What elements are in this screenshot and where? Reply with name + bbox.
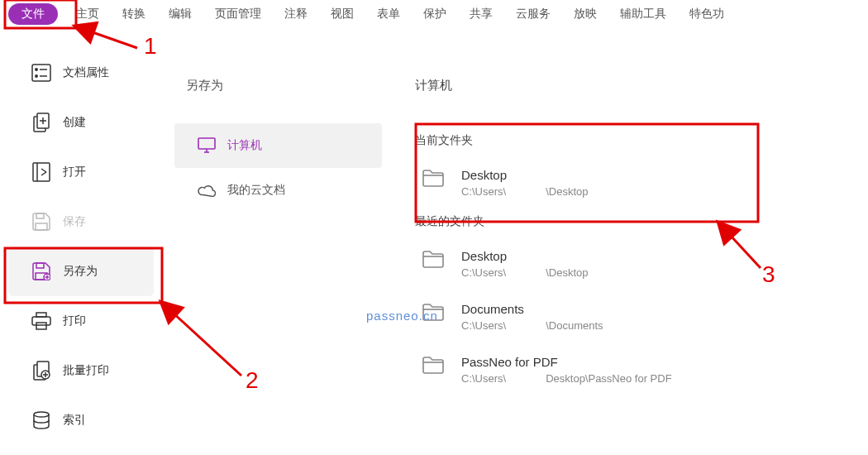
menu-protect[interactable]: 保护 (412, 2, 458, 26)
file-menu-index[interactable]: 索引 (0, 395, 162, 445)
menu-tools[interactable]: 辅助工具 (608, 2, 678, 26)
menu-annotate[interactable]: 注释 (273, 2, 319, 26)
save-as-title: 另存为 (163, 78, 393, 123)
menu-special[interactable]: 特色功 (678, 2, 736, 26)
file-menu-label: 索引 (63, 413, 86, 428)
folder-name: PassNeo for PDF (461, 355, 672, 369)
svg-rect-14 (36, 223, 47, 230)
batch-print-icon (31, 361, 51, 381)
file-menu-label: 打开 (63, 165, 86, 180)
svg-point-3 (36, 75, 37, 77)
menu-file[interactable]: 文件 (8, 3, 58, 25)
svg-rect-29 (198, 138, 215, 149)
create-icon (31, 113, 51, 132)
folder-name: Desktop (461, 168, 588, 182)
recent-folder-row[interactable]: PassNeo for PDF C:\Users\Desktop\PassNeo… (415, 348, 868, 401)
menu-share[interactable]: 共享 (458, 2, 504, 26)
svg-rect-13 (36, 213, 44, 218)
svg-line-11 (41, 169, 46, 172)
file-menu-label: 保存 (63, 214, 86, 229)
file-menu-doc-props[interactable]: 文档属性 (0, 48, 162, 98)
current-folder-row[interactable]: Desktop C:\Users\\Desktop (415, 161, 868, 214)
svg-rect-21 (32, 317, 50, 325)
index-icon (31, 410, 51, 430)
folder-path: C:\Users\\Desktop (461, 182, 588, 198)
file-menu-label: 创建 (63, 115, 86, 130)
file-menu-open[interactable]: 打开 (0, 147, 162, 197)
folders-panel: 计算机 当前文件夹 Desktop C:\Users\\Desktop 最近的文… (393, 28, 868, 455)
location-cloud[interactable]: 我的云文档 (174, 168, 382, 213)
file-menu-label: 打印 (63, 314, 86, 328)
recent-folder-row[interactable]: Desktop C:\Users\\Desktop (415, 242, 868, 295)
svg-point-1 (36, 69, 37, 70)
open-icon (31, 162, 51, 182)
recent-folder-label: 最近的文件夹 (415, 214, 868, 242)
folder-icon (422, 249, 445, 269)
print-icon (31, 311, 51, 331)
cloud-icon (198, 181, 216, 199)
folder-icon (422, 355, 445, 375)
save-icon (31, 212, 51, 232)
svg-rect-22 (36, 323, 46, 329)
svg-rect-9 (33, 163, 50, 181)
svg-rect-15 (36, 263, 44, 268)
computer-icon (198, 136, 216, 155)
folders-panel-title: 计算机 (415, 78, 868, 133)
file-menu-print[interactable]: 打印 (0, 296, 162, 346)
folder-path: C:\Users\Desktop\PassNeo for PDF (461, 369, 672, 385)
menu-form[interactable]: 表单 (365, 2, 412, 26)
menu-page-manage[interactable]: 页面管理 (203, 2, 273, 26)
annotation-number-3: 3 (762, 261, 775, 288)
file-menu-save: 保存 (0, 197, 162, 247)
file-menu-label: 批量打印 (63, 363, 109, 378)
menu-bar: 文件 主页 转换 编辑 页面管理 注释 视图 表单 保护 共享 云服务 放映 辅… (0, 0, 868, 28)
folder-path: C:\Users\\Desktop (461, 263, 588, 279)
annotation-number-1: 1 (144, 33, 157, 60)
current-folder-label: 当前文件夹 (415, 133, 868, 161)
svg-line-12 (41, 172, 46, 175)
menu-edit[interactable]: 编辑 (157, 2, 203, 26)
properties-icon (31, 63, 51, 83)
menu-cloud[interactable]: 云服务 (504, 2, 562, 26)
location-computer[interactable]: 计算机 (174, 123, 382, 168)
file-menu-label: 文档属性 (63, 65, 109, 80)
menu-present[interactable]: 放映 (562, 2, 608, 26)
svg-rect-0 (32, 65, 50, 81)
folder-name: Desktop (461, 249, 588, 263)
menu-home[interactable]: 主页 (64, 2, 111, 26)
menu-view[interactable]: 视图 (319, 2, 365, 26)
folder-name: Documents (461, 302, 603, 316)
file-menu-create[interactable]: 创建 (0, 98, 162, 147)
location-label: 计算机 (227, 138, 262, 153)
folder-icon (422, 168, 445, 188)
file-menu-panel: 文档属性 创建 打开 保存 另存为 打印 批量打印 索引 (0, 28, 162, 455)
recent-folder-row[interactable]: Documents C:\Users\\Documents (415, 295, 868, 348)
annotation-number-2: 2 (246, 367, 259, 394)
folder-icon (422, 302, 445, 322)
file-menu-save-as[interactable]: 另存为 (8, 247, 154, 296)
save-as-icon (31, 261, 51, 281)
folder-path: C:\Users\\Documents (461, 316, 603, 332)
location-label: 我的云文档 (227, 183, 285, 198)
save-as-locations-panel: 另存为 计算机 我的云文档 (162, 28, 393, 455)
file-menu-batch-print[interactable]: 批量打印 (0, 346, 162, 395)
file-menu-label: 另存为 (63, 264, 98, 279)
svg-point-28 (34, 412, 49, 417)
menu-convert[interactable]: 转换 (111, 2, 157, 26)
